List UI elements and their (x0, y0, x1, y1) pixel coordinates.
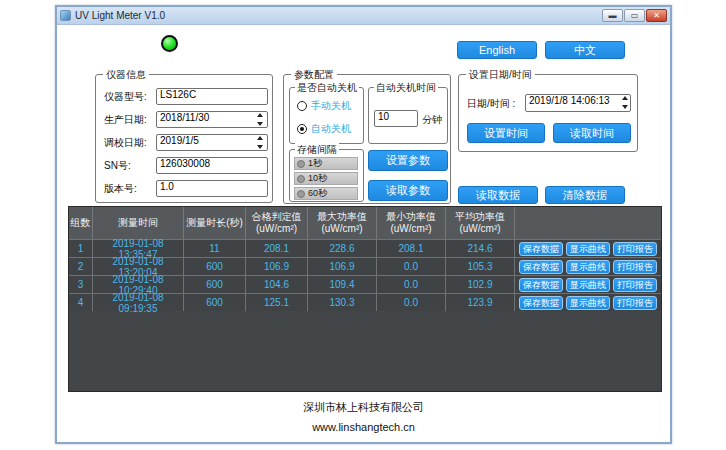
col-time: 测量时间 (93, 207, 184, 239)
save-data-button[interactable]: 保存数据 (519, 278, 563, 292)
set-params-button[interactable]: 设置参数 (368, 150, 448, 171)
minimize-button[interactable]: ▬ (602, 9, 623, 22)
table-row: 1 2019-01-08 13:35:47 11 208.1 228.6 208… (69, 239, 661, 257)
company-name: 深圳市林上科技有限公司 (57, 400, 670, 415)
auto-power-title: 是否自动关机 (295, 81, 359, 95)
production-date-spinner[interactable] (255, 113, 264, 126)
datetime-label: 日期/时间 : (467, 97, 515, 111)
radio-disabled-icon (297, 175, 305, 183)
col-min: 最小功率值(uW/cm²) (377, 207, 446, 239)
print-report-button[interactable]: 打印报告 (613, 260, 657, 274)
print-report-button[interactable]: 打印报告 (613, 278, 657, 292)
chinese-language-button[interactable]: 中文 (545, 41, 625, 59)
show-curve-button[interactable]: 显示曲线 (566, 296, 610, 310)
show-curve-button[interactable]: 显示曲线 (566, 260, 610, 274)
params-group: 参数配置 是否自动关机 手动关机 自动关机 自动关机时间 10 分钟 存储间隔 (283, 74, 451, 204)
interval-60s-radio[interactable]: 60秒 (294, 187, 358, 200)
device-info-title: 仪器信息 (103, 68, 149, 82)
title-bar: UV Light Meter V1.0 ▬ ▭ ✕ (57, 7, 670, 25)
model-field[interactable]: LS126C (156, 88, 268, 105)
col-avg: 平均功率值(uW/cm²) (446, 207, 515, 239)
maximize-button[interactable]: ▭ (624, 9, 645, 22)
interval-group: 存储间隔 1秒 10秒 60秒 (289, 149, 364, 202)
website-link[interactable]: www.linshangtech.cn (57, 421, 670, 433)
col-duration: 测量时长(秒) (184, 207, 246, 239)
read-time-button[interactable]: 读取时间 (553, 123, 631, 143)
shutdown-time-title: 自动关机时间 (374, 81, 438, 95)
manual-shutdown-radio[interactable]: 手动关机 (297, 99, 351, 113)
datetime-group: 设置日期/时间 日期/时间 : 2019/1/8 14:06:13 设置时间 读… (458, 74, 638, 152)
clear-data-button[interactable]: 清除数据 (545, 186, 625, 204)
shutdown-time-group: 自动关机时间 10 分钟 (368, 87, 448, 144)
sn-label: SN号: (104, 159, 131, 173)
interval-1s-radio[interactable]: 1秒 (294, 157, 358, 170)
version-field[interactable]: 1.0 (156, 180, 268, 197)
save-data-button[interactable]: 保存数据 (519, 260, 563, 274)
shutdown-time-field[interactable]: 10 (374, 110, 418, 127)
close-button[interactable]: ✕ (646, 9, 667, 22)
col-max: 最大功率值(uW/cm²) (308, 207, 377, 239)
read-data-button[interactable]: 读取数据 (458, 186, 538, 204)
show-curve-button[interactable]: 显示曲线 (566, 278, 610, 292)
table-row: 4 2019-01-08 09:19:35 600 125.1 130.3 0.… (69, 293, 661, 311)
auto-shutdown-radio[interactable]: 自动关机 (297, 122, 351, 136)
status-led-icon (161, 35, 178, 52)
auto-power-group: 是否自动关机 手动关机 自动关机 (289, 87, 364, 144)
col-actions (515, 207, 661, 239)
save-data-button[interactable]: 保存数据 (519, 296, 563, 310)
production-date-field[interactable]: 2018/11/30 (156, 111, 268, 128)
set-time-button[interactable]: 设置时间 (467, 123, 545, 143)
model-label: 仪器型号: (104, 90, 147, 104)
table-row: 2 2019-01-08 13:20:04 600 106.9 106.9 0.… (69, 257, 661, 275)
col-threshold: 合格判定值(uW/cm²) (246, 207, 308, 239)
shutdown-time-unit: 分钟 (422, 113, 442, 127)
device-info-group: 仪器信息 仪器型号: LS126C 生产日期: 2018/11/30 调校日期:… (95, 74, 273, 203)
measurement-table: 组数 测量时间 测量时长(秒) 合格判定值(uW/cm²) 最大功率值(uW/c… (68, 206, 662, 392)
app-window: UV Light Meter V1.0 ▬ ▭ ✕ English 中文 仪器信… (55, 5, 672, 444)
save-data-button[interactable]: 保存数据 (519, 242, 563, 256)
datetime-field[interactable]: 2019/1/8 14:06:13 (525, 94, 631, 112)
print-report-button[interactable]: 打印报告 (613, 296, 657, 310)
calibration-date-spinner[interactable] (255, 136, 264, 149)
production-date-label: 生产日期: (104, 113, 147, 127)
english-language-button[interactable]: English (457, 41, 537, 59)
table-row: 3 2019-01-08 10:29:40 600 104.6 109.4 0.… (69, 275, 661, 293)
datetime-title: 设置日期/时间 (466, 68, 535, 82)
radio-disabled-icon (297, 160, 305, 168)
window-title: UV Light Meter V1.0 (75, 10, 602, 21)
calibration-date-field[interactable]: 2019/1/5 (156, 134, 268, 151)
interval-title: 存储间隔 (295, 143, 339, 157)
sn-field[interactable]: 126030008 (156, 157, 268, 174)
print-report-button[interactable]: 打印报告 (613, 242, 657, 256)
radio-icon (297, 101, 307, 111)
show-curve-button[interactable]: 显示曲线 (566, 242, 610, 256)
calibration-date-label: 调校日期: (104, 136, 147, 150)
window-body: English 中文 仪器信息 仪器型号: LS126C 生产日期: 2018/… (57, 25, 670, 442)
interval-10s-radio[interactable]: 10秒 (294, 172, 358, 185)
datetime-spinner[interactable] (620, 96, 629, 109)
radio-selected-icon (297, 124, 307, 134)
table-header-row: 组数 测量时间 测量时长(秒) 合格判定值(uW/cm²) 最大功率值(uW/c… (69, 207, 661, 239)
read-params-button[interactable]: 读取参数 (368, 180, 448, 201)
version-label: 版本号: (104, 182, 137, 196)
radio-disabled-icon (297, 190, 305, 198)
app-icon (60, 10, 71, 21)
params-title: 参数配置 (291, 68, 337, 82)
col-group: 组数 (69, 207, 93, 239)
